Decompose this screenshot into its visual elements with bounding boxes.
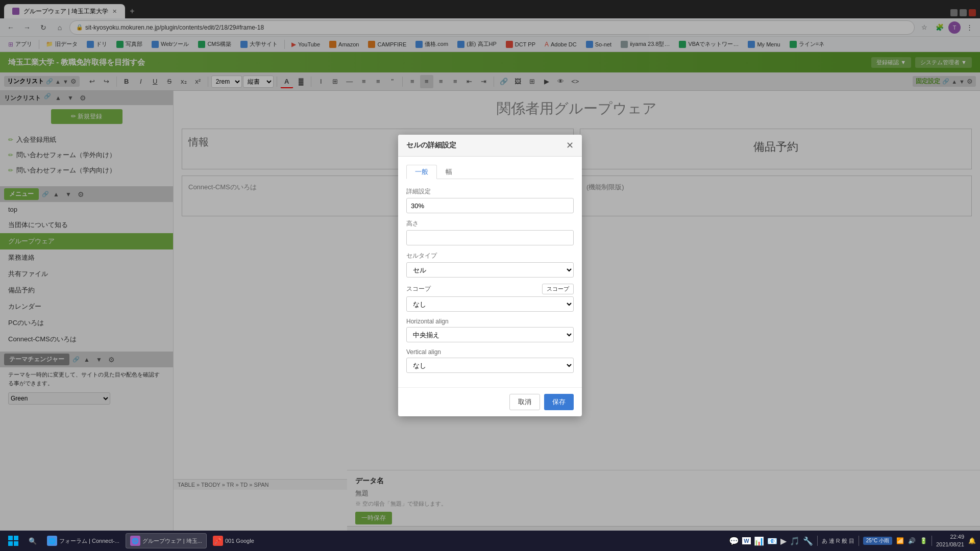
svg-rect-3 [14,541,18,546]
tab-general-label: 一般 [415,168,428,176]
taskbar-app-icons: 💬 W 📊 📧 ▶ 🎵 🔧 [729,536,813,546]
dialog-save-btn[interactable]: 保存 [544,394,574,410]
taskbar-start-btn[interactable] [4,533,22,549]
taskbar-groupware[interactable]: 🌐 グループウェア | 埼玉... [126,533,207,548]
taskbar-forum[interactable]: 🌐 フォーラム | Connect-... [43,534,124,548]
taskbar-separator [817,536,818,546]
taskbar-forum-icon: 🌐 [47,536,57,546]
svg-rect-0 [8,536,13,540]
taskbar-gmail-icon: 📧 [767,536,777,546]
taskbar-time: 22:49 [936,533,964,541]
dialog-title: セルの詳細設定 [406,141,456,150]
taskbar-extra-icon: 🔧 [803,536,813,546]
dialog-header: セルの詳細設定 ✕ [398,135,582,157]
taskbar-battery-icon: 🔋 [920,537,927,544]
taskbar-separator-3 [932,536,932,546]
taskbar-groupware-label: グループウェア | 埼玉... [142,537,202,545]
taskbar: 🔍 🌐 フォーラム | Connect-... 🌐 グループウェア | 埼玉..… [0,531,980,551]
scope-select[interactable]: なし 行 列 [406,296,574,312]
v-align-select[interactable]: なし 上揃え 中央揃え 下揃え [406,358,574,373]
cell-type-row: セルタイプ セル ヘッダーセル [406,252,574,278]
detail-setting-input[interactable] [406,198,574,213]
height-label: 高さ [406,219,574,228]
h-align-row: Horizontal align なし 左揃え 中央揃え 右揃え [406,318,574,342]
svg-rect-1 [14,536,18,540]
taskbar-date: 2021/08/21 [936,541,964,548]
scope-label-row: スコープ スコープ [406,284,574,294]
taskbar-right: 💬 W 📊 📧 ▶ 🎵 🔧 あ 連 R 般 目 25°C 小雨 📶 🔊 🔋 22… [729,533,976,549]
taskbar-001-icon: 📌 [213,536,223,546]
h-align-label: Horizontal align [406,318,574,325]
taskbar-separator-2 [859,536,859,546]
dialog-cancel-btn[interactable]: 取消 [509,394,540,410]
taskbar-forum-label: フォーラム | Connect-... [59,537,119,545]
taskbar-groupware-icon: 🌐 [130,536,140,546]
dialog-footer: 取消 保存 [398,387,582,416]
height-row: 高さ [406,219,574,245]
dialog-close-btn[interactable]: ✕ [566,140,574,151]
cell-type-select[interactable]: セル ヘッダーセル [406,262,574,278]
v-align-label: Vertical align [406,348,574,356]
tab-width[interactable]: 幅 [437,165,461,179]
svg-rect-2 [8,541,13,546]
taskbar-search-btn[interactable]: 🔍 [24,533,41,549]
height-input[interactable] [406,230,574,245]
taskbar-ime-status: あ 連 R 般 目 [822,537,854,545]
taskbar-001-label: 001 Google [225,538,254,544]
scope-btn[interactable]: スコープ [542,284,574,294]
taskbar-network-icon: 📶 [896,537,904,544]
v-align-row: Vertical align なし 上揃え 中央揃え 下揃え [406,348,574,373]
taskbar-youtube-icon: ▶ [780,536,787,546]
h-align-select[interactable]: なし 左揃え 中央揃え 右揃え [406,327,574,342]
taskbar-notification-btn[interactable]: 🔔 [968,537,976,544]
tab-width-label: 幅 [446,168,452,176]
taskbar-volume-icon: 🔊 [908,537,916,544]
taskbar-spotify-icon: 🎵 [790,536,800,546]
taskbar-line-icon: 💬 [729,536,739,546]
dialog-body: 一般 幅 詳細設定 高さ セルタイプ セル ヘッダーセル [398,157,582,387]
detail-setting-label: 詳細設定 [406,187,574,196]
weather-badge: 25°C 小雨 [863,537,892,545]
tab-general[interactable]: 一般 [406,165,437,179]
dialog-overlay: セルの詳細設定 ✕ 一般 幅 詳細設定 高さ [0,0,980,551]
scope-row: スコープ スコープ なし 行 列 [406,284,574,312]
cell-type-label: セルタイプ [406,252,574,260]
cell-detail-dialog: セルの詳細設定 ✕ 一般 幅 詳細設定 高さ [398,135,582,416]
dialog-tabs: 一般 幅 [406,165,574,179]
taskbar-word-icon: W [742,537,750,544]
taskbar-excel-icon: 📊 [754,536,764,546]
detail-setting-row: 詳細設定 [406,187,574,213]
scope-label: スコープ [406,285,431,293]
taskbar-001[interactable]: 📌 001 Google [209,534,258,548]
taskbar-clock[interactable]: 22:49 2021/08/21 [936,533,964,549]
